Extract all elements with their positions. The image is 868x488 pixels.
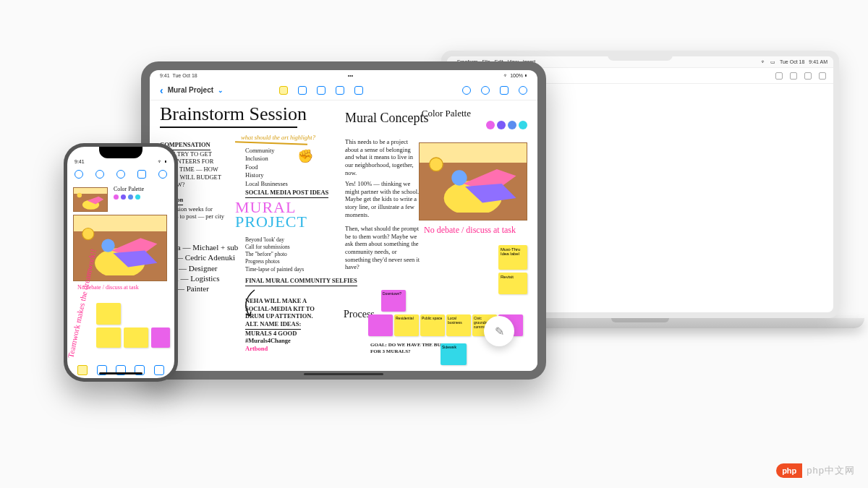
color-palette (114, 194, 140, 200)
ipad-device: 9:41 Tue Oct 18 ••• ᯤ 100% ▮ ‹ Mural Pro… (141, 61, 546, 380)
collaborate-icon[interactable] (481, 86, 490, 95)
color-palette (486, 121, 527, 129)
sticky-yellow[interactable]: Local business (446, 314, 471, 336)
mural-thumbnail (73, 187, 108, 212)
collaborate-icon[interactable] (116, 170, 125, 179)
fist-icon: ✊ (297, 148, 313, 164)
share-icon[interactable] (804, 72, 812, 80)
media-tool-icon[interactable] (298, 86, 307, 95)
sticky-cyan[interactable]: Sidewalk (441, 343, 467, 365)
pen-tool-icon[interactable] (154, 365, 164, 375)
mac-date: Tue Oct 18 (780, 59, 804, 64)
palette-swatch (508, 121, 516, 129)
sticky-yellow[interactable]: Must-Thru Idea label (498, 245, 527, 270)
pen-tool-icon[interactable] (354, 86, 363, 95)
sticky-yellow[interactable] (96, 328, 121, 348)
sticky-tool-icon[interactable] (77, 365, 88, 375)
battery-icon: ▭ (770, 59, 775, 65)
altname: MURALS 4 GOOD (245, 330, 297, 337)
highlight-item: Food (245, 163, 288, 171)
mac-time: 9:41 AM (809, 59, 827, 64)
palette-swatch (128, 194, 133, 200)
iphone-device: 9:41 ᯤ ▮ Color Palette (64, 143, 178, 382)
palette-swatch (519, 121, 527, 129)
more-icon[interactable] (158, 170, 167, 179)
text-tool-icon[interactable] (336, 86, 344, 95)
social-item: Progress photos (245, 258, 304, 265)
heading-social: SOCIAL MEDIA POST IDEAS (245, 189, 328, 198)
gold-underline (235, 141, 307, 145)
wordmark-project: PROJECT (235, 215, 307, 229)
underline (160, 127, 297, 128)
svg-point-3 (430, 158, 443, 171)
wifi-icon: ᯤ (761, 59, 766, 64)
heading-mural-concepts: Mural Concepts (345, 111, 428, 126)
more-icon[interactable] (519, 86, 527, 95)
social-item: Beyond 'look' day (245, 236, 304, 244)
watermark-badge: php (776, 463, 802, 478)
note-yes-blurb: Yes! 100% — thinking we might partner wi… (345, 180, 421, 218)
collaborate-icon[interactable] (819, 72, 826, 80)
palette-swatch (114, 194, 119, 200)
sticky-yellow[interactable]: Revisit (498, 273, 527, 294)
ipad-toolbar: ‹ Mural Project ⌄ (150, 80, 537, 100)
palette-swatch (497, 121, 506, 129)
highlight-item: Local Businesses (245, 180, 288, 188)
sticky-yellow[interactable] (124, 328, 148, 348)
iphone-toolbar (67, 166, 174, 183)
note-prompt-blurb: Then, what should the prompt be to them … (345, 225, 421, 271)
chevron-down-icon[interactable]: ⌄ (218, 87, 224, 94)
svg-point-8 (82, 228, 94, 239)
mural-illustration (419, 142, 527, 221)
iphone-notch (99, 147, 142, 158)
altname: #Murals4Change (245, 337, 291, 344)
watermark-text: php中文网 (807, 464, 855, 477)
ipad-status-bar: 9:41 Tue Oct 18 ••• ᯤ 100% ▮ (150, 70, 537, 80)
svg-point-6 (77, 192, 82, 197)
note-concept-blurb: This needs to be a project about a sense… (345, 138, 417, 176)
ipad-freeform-canvas[interactable]: Brainstorm Session COMPENSATION LET'S TR… (150, 100, 537, 371)
altname: Artbond (245, 345, 268, 352)
share-icon[interactable] (500, 86, 509, 95)
highlight-item: Inclusion (245, 155, 288, 163)
share-icon[interactable] (137, 170, 146, 179)
back-icon[interactable] (75, 170, 83, 179)
highlight-item: Community (245, 147, 288, 155)
iphone-bottom-toolbar (67, 361, 174, 378)
sticky-yellow[interactable] (96, 303, 121, 325)
sticky-tool-icon[interactable] (279, 86, 288, 95)
sticky-magenta[interactable]: Downtown? (381, 290, 406, 312)
sticky-yellow[interactable]: Residential (394, 314, 419, 336)
heading-alt-names: ALT. NAME IDEAS: (245, 320, 301, 330)
sticky-magenta[interactable] (368, 314, 393, 336)
mural-svg (425, 155, 521, 213)
watermark: php php中文网 (776, 463, 855, 478)
pencil-tool-button[interactable] (484, 316, 514, 346)
note-neha: NEHA WILL MAKE A SOCIAL-MEDIA KIT TO DRU… (245, 297, 315, 320)
undo-icon[interactable] (95, 170, 104, 179)
social-item: Time-lapse of painted days (245, 266, 304, 273)
heading-color-palette: Color Palette (422, 108, 471, 119)
palette-swatch (135, 194, 140, 200)
iphone-freeform-canvas[interactable]: Color Palette (67, 183, 174, 361)
social-item: Call for submissions (245, 244, 304, 251)
heading-color-palette: Color Palette (114, 186, 144, 192)
shape-tool-icon[interactable] (317, 86, 326, 95)
zoom-icon[interactable] (790, 72, 797, 80)
palette-swatch (121, 194, 126, 200)
sticky-yellow[interactable]: Public space (420, 314, 445, 336)
board-title[interactable]: Mural Project (168, 86, 213, 94)
heading-brainstorm: Brainstorm Session (160, 103, 307, 125)
highlight-item: History (245, 171, 288, 179)
palette-swatch (486, 121, 495, 129)
sidebar-icon[interactable] (775, 72, 783, 80)
undo-icon[interactable] (462, 86, 471, 95)
home-indicator[interactable] (99, 372, 142, 374)
note-no-debate: No debate / discuss at task (424, 225, 516, 236)
social-item: The "before" photo (245, 251, 304, 258)
sticky-magenta[interactable] (151, 328, 170, 348)
back-icon[interactable]: ‹ (160, 85, 163, 96)
heading-highlight-q: what should the art highlight? (241, 134, 315, 142)
heading-final-mural: FINAL MURAL COMMUNITY SELFIES (245, 277, 357, 286)
